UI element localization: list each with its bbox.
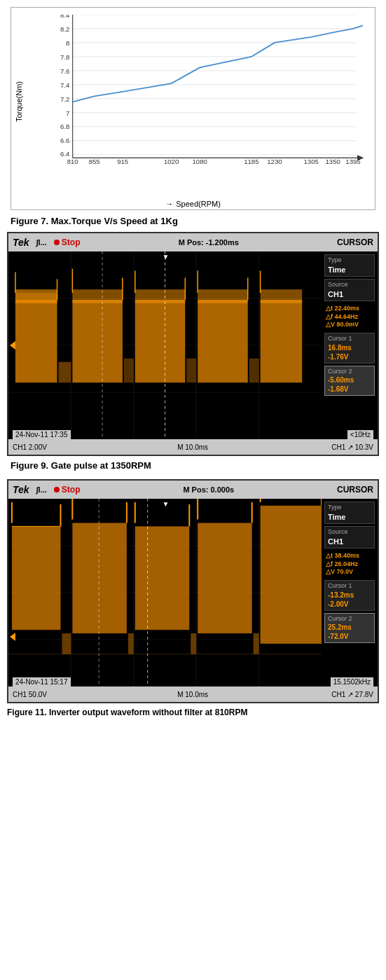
svg-rect-81 — [72, 523, 126, 633]
scope1-brand: Tek — [13, 237, 29, 248]
scope2-date: 24-Nov-11 15:17 — [13, 677, 71, 686]
scope2-type-box: Type Time — [324, 502, 375, 524]
svg-text:1020: 1020 — [164, 159, 179, 165]
cursor2-1-volt: -2.00V — [328, 600, 371, 609]
svg-text:7.8: 7.8 — [60, 54, 69, 60]
scope2-time-div: M 10.0ms — [54, 691, 331, 698]
scope1-waveform-svg — [8, 251, 322, 439]
cursor2-1-label: Cursor 1 — [328, 582, 371, 591]
scope1-cursor1-box: Cursor 1 16.8ms -1.76V — [324, 333, 375, 364]
svg-rect-84 — [191, 633, 196, 654]
svg-rect-51 — [135, 289, 186, 303]
svg-text:1185: 1185 — [244, 159, 259, 165]
scope1-topbar: Tek ∫l... Stop M Pos: -1.200ms CURSOR — [8, 233, 378, 251]
scope2-stop: Stop — [54, 485, 81, 495]
delta-t: △t 22.40ms — [326, 305, 373, 313]
svg-text:8: 8 — [66, 40, 69, 46]
cursor2-volt: -1.68V — [328, 385, 371, 394]
scope1-delta-box: △t 22.40ms △f 44.64Hz △V 80.0mV — [324, 303, 375, 331]
svg-rect-83 — [135, 526, 189, 630]
cursor2-2-volt: -72.0V — [328, 632, 371, 641]
scope1-container: Tek ∫l... Stop M Pos: -1.200ms CURSOR ▼ — [7, 232, 379, 456]
stop-dot — [54, 240, 60, 245]
svg-text:810: 810 — [67, 159, 78, 165]
svg-text:7: 7 — [66, 110, 69, 116]
svg-rect-45 — [15, 293, 57, 300]
scope1-trigger-arrow: ▼ — [163, 253, 170, 261]
type2-value: Time — [328, 512, 371, 522]
scope2-wave-area — [8, 499, 322, 686]
scope2-container: Tek ∫l... Stop M Pos: 0.000s CURSOR ▼ — [7, 479, 379, 703]
svg-text:7.6: 7.6 — [60, 68, 69, 74]
scope2-topbar: Tek ∫l... Stop M Pos: 0.000s CURSOR — [8, 481, 378, 499]
scope1-mpos: M Pos: -1.200ms — [88, 238, 330, 247]
svg-text:7.4: 7.4 — [60, 82, 69, 88]
svg-rect-48 — [72, 289, 123, 303]
svg-text:915: 915 — [117, 159, 128, 165]
scope2-ch-label: CH1 50.0V — [13, 691, 47, 698]
svg-rect-56 — [261, 300, 303, 382]
svg-rect-46 — [59, 362, 71, 383]
scope1-cursor2-box: Cursor 2 -5.60ms -1.68V — [324, 366, 375, 396]
grid-lines: .grid { stroke: #ccc; stroke-width: 0.5;… — [43, 15, 364, 167]
source-value: CH1 — [328, 289, 371, 299]
svg-text:6.6: 6.6 — [60, 138, 69, 144]
delta-f: △f 44.64Hz — [326, 313, 373, 322]
chart-area: Torque(Nm) .grid { stroke: #ccc; stroke-… — [18, 15, 368, 188]
scope1-cursor-label: CURSOR — [337, 237, 373, 247]
svg-text:6.4: 6.4 — [60, 151, 69, 157]
stop-label: Stop — [62, 237, 81, 247]
scope1-ch-label: CH1 2.00V — [13, 443, 47, 451]
svg-rect-87 — [261, 506, 322, 644]
scope1-source-box: Source CH1 — [324, 279, 375, 301]
scope2-right-panel: Type Time Source CH1 △t 38.40ms △f 26.04… — [322, 499, 378, 686]
x-label-text: Speed(RPM) — [176, 200, 221, 208]
scope1-stop: Stop — [54, 237, 81, 247]
scope1-time-div: M 10.0ms — [54, 443, 331, 451]
scope2-delta-box: △t 38.40ms △f 26.04Hz △V 70.0V — [324, 551, 375, 578]
scope2-trigger-arrow: ▼ — [163, 500, 170, 508]
cursor2-label: Cursor 2 — [328, 368, 371, 376]
svg-text:1305: 1305 — [304, 159, 319, 165]
scope2-bottombar: CH1 50.0V M 10.0ms CH1 ↗ 27.8V — [8, 686, 378, 702]
scope1-signal: ∫l... — [36, 238, 47, 247]
svg-rect-52 — [186, 359, 196, 382]
svg-rect-57 — [261, 289, 303, 303]
source2-label: Source — [328, 528, 371, 537]
cursor2-time: -5.60ms — [328, 375, 371, 385]
scope2-signal: ∫l... — [36, 485, 47, 494]
svg-rect-50 — [135, 300, 186, 382]
svg-rect-82 — [128, 633, 134, 654]
svg-text:1080: 1080 — [192, 159, 207, 165]
svg-rect-49 — [124, 359, 134, 382]
scope1-ch-trig: CH1 ↗ 10.3V — [331, 443, 373, 451]
scope2-freq: 15.1502kHz — [331, 677, 373, 686]
type2-label: Type — [328, 504, 371, 512]
scope1-freq: <10Hz — [347, 430, 373, 439]
svg-text:1230: 1230 — [267, 159, 282, 165]
type-label: Type — [328, 256, 371, 265]
svg-text:1350: 1350 — [325, 159, 340, 165]
svg-text:7.2: 7.2 — [60, 96, 69, 102]
scope1-bottombar: CH1 2.00V M 10.0ms CH1 ↗ 10.3V — [8, 439, 378, 455]
scope2-ch-trig: CH1 ↗ 27.8V — [331, 691, 373, 698]
scope1-type-box: Type Time — [324, 254, 375, 277]
svg-text:1395: 1395 — [345, 159, 360, 165]
delta2-t: △t 38.40ms — [326, 552, 373, 560]
scope2-cursor2-box: Cursor 2 25.2ms -72.0V — [324, 613, 375, 644]
chart-container: Torque(Nm) .grid { stroke: #ccc; stroke-… — [11, 7, 375, 210]
figure7-caption: Figure 7. Max.Torque V/s Speed at 1Kg — [11, 216, 375, 226]
type-value: Time — [328, 265, 371, 275]
svg-text:8.4: 8.4 — [60, 15, 69, 18]
y-axis-label: Torque(Nm) — [15, 81, 23, 122]
stop-dot2 — [54, 487, 60, 492]
svg-rect-85 — [198, 523, 251, 633]
source-label: Source — [328, 281, 371, 289]
scope1-right-panel: Type Time Source CH1 △t 22.40ms △f 44.64… — [322, 251, 378, 439]
svg-rect-55 — [249, 359, 259, 382]
cursor1-label: Cursor 1 — [328, 335, 371, 343]
scope1-date: 24-Nov-11 17:35 — [13, 430, 71, 439]
figure11-caption: Figure 11. Inverter output waveform with… — [7, 708, 379, 717]
svg-text:855: 855 — [89, 159, 100, 165]
scope2-mpos: M Pos: 0.000s — [88, 485, 330, 494]
